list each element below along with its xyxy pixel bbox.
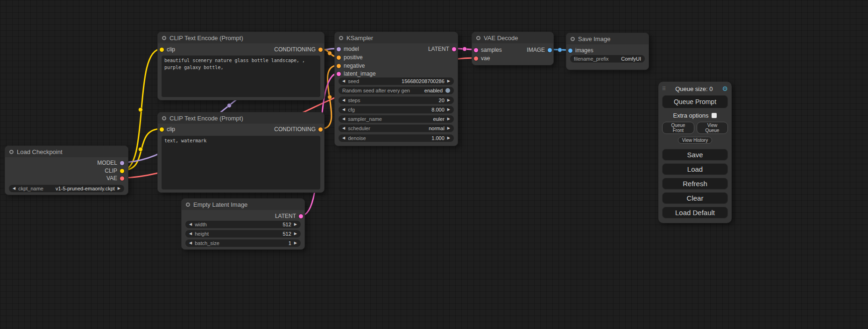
slot-dot[interactable] bbox=[337, 64, 341, 68]
collapse-dot-icon[interactable] bbox=[162, 36, 166, 40]
decrement-arrow-icon[interactable]: ◀ bbox=[342, 108, 345, 112]
widget-width[interactable]: ◀ width 512 ▶ bbox=[185, 221, 301, 228]
view-history-button[interactable]: View History bbox=[678, 137, 712, 144]
slot-dot[interactable] bbox=[120, 176, 124, 181]
widget-denoise[interactable]: ◀ denoise 1.000 ▶ bbox=[339, 134, 454, 142]
slot-dot[interactable] bbox=[337, 47, 341, 51]
widget-batch-size[interactable]: ◀ batch_size 1 ▶ bbox=[185, 239, 301, 247]
link-midpoint-dot[interactable] bbox=[328, 51, 332, 56]
prev-value-arrow-icon[interactable]: ◀ bbox=[342, 117, 345, 121]
settings-gear-icon[interactable]: ⚙ bbox=[722, 85, 728, 92]
prev-value-arrow-icon[interactable]: ◀ bbox=[13, 187, 15, 190]
node-title-bar[interactable]: CLIP Text Encode (Prompt) bbox=[158, 112, 324, 124]
clear-button[interactable]: Clear bbox=[662, 192, 728, 204]
link-midpoint-dot[interactable] bbox=[328, 95, 332, 99]
increment-arrow-icon[interactable]: ▶ bbox=[447, 108, 450, 112]
slot-dot[interactable] bbox=[160, 127, 164, 132]
decrement-arrow-icon[interactable]: ◀ bbox=[342, 136, 345, 140]
node-clip-text-encode-negative[interactable]: CLIP Text Encode (Prompt) clip CONDITION… bbox=[157, 112, 325, 193]
input-slot-clip[interactable]: clip bbox=[160, 126, 175, 133]
widget-scheduler[interactable]: ◀ scheduler normal ▶ bbox=[339, 125, 454, 132]
load-default-button[interactable]: Load Default bbox=[662, 207, 728, 218]
increment-arrow-icon[interactable]: ▶ bbox=[294, 241, 297, 245]
input-slot-negative[interactable]: negative bbox=[337, 62, 365, 70]
output-slot-latent[interactable]: LATENT bbox=[428, 45, 456, 53]
collapse-dot-icon[interactable] bbox=[476, 36, 480, 40]
decrement-arrow-icon[interactable]: ◀ bbox=[342, 79, 345, 83]
link-midpoint-dot[interactable] bbox=[558, 48, 562, 52]
view-queue-button[interactable]: View Queue bbox=[697, 122, 728, 134]
collapse-dot-icon[interactable] bbox=[571, 37, 575, 41]
output-slot-image[interactable]: IMAGE bbox=[527, 46, 552, 54]
slot-dot[interactable] bbox=[568, 49, 572, 53]
drag-handle-icon[interactable]: ⠿ bbox=[662, 86, 666, 92]
next-value-arrow-icon[interactable]: ▶ bbox=[118, 187, 120, 190]
slot-dot[interactable] bbox=[474, 48, 478, 52]
node-ksampler[interactable]: KSampler model positive negative latent_… bbox=[334, 32, 458, 146]
increment-arrow-icon[interactable]: ▶ bbox=[294, 223, 297, 226]
negative-prompt-textarea[interactable]: text, watermark bbox=[162, 136, 320, 189]
slot-dot[interactable] bbox=[120, 169, 124, 173]
output-slot-conditioning[interactable]: CONDITIONING bbox=[274, 126, 323, 133]
node-load-checkpoint[interactable]: Load Checkpoint MODEL CLIP VAE ◀ ckpt_na… bbox=[5, 146, 128, 195]
decrement-arrow-icon[interactable]: ◀ bbox=[189, 232, 192, 236]
output-slot-latent[interactable]: LATENT bbox=[275, 212, 303, 220]
queue-front-button[interactable]: Queue Front bbox=[662, 122, 694, 134]
link-midpoint-dot[interactable] bbox=[139, 147, 143, 152]
slot-dot[interactable] bbox=[337, 72, 341, 76]
positive-prompt-textarea[interactable]: beautiful scenery nature glass bottle la… bbox=[162, 56, 320, 97]
node-save-image[interactable]: Save Image images filename_prefix ComfyU… bbox=[566, 33, 649, 70]
widget-steps[interactable]: ◀ steps 20 ▶ bbox=[339, 97, 454, 104]
slot-dot[interactable] bbox=[318, 127, 323, 132]
node-clip-text-encode-positive[interactable]: CLIP Text Encode (Prompt) clip CONDITION… bbox=[157, 32, 325, 100]
slot-dot[interactable] bbox=[337, 56, 341, 60]
output-slot-model[interactable]: MODEL bbox=[97, 159, 124, 167]
slot-dot[interactable] bbox=[318, 48, 323, 52]
input-slot-model[interactable]: model bbox=[337, 45, 359, 53]
queue-prompt-button[interactable]: Queue Prompt bbox=[662, 95, 728, 108]
node-vae-decode[interactable]: VAE Decode samples vae IMAGE bbox=[472, 32, 554, 65]
decrement-arrow-icon[interactable]: ◀ bbox=[342, 98, 345, 102]
output-slot-clip[interactable]: CLIP bbox=[105, 167, 124, 175]
widget-sampler-name[interactable]: ◀ sampler_name euler ▶ bbox=[339, 115, 454, 123]
increment-arrow-icon[interactable]: ▶ bbox=[447, 136, 450, 140]
output-slot-vae[interactable]: VAE bbox=[106, 175, 124, 182]
save-button[interactable]: Save bbox=[662, 149, 728, 161]
decrement-arrow-icon[interactable]: ◀ bbox=[189, 241, 192, 245]
widget-seed[interactable]: ◀ seed 156680208700286 ▶ bbox=[339, 77, 454, 85]
next-value-arrow-icon[interactable]: ▶ bbox=[447, 126, 450, 130]
load-button[interactable]: Load bbox=[662, 163, 728, 175]
link-midpoint-dot[interactable] bbox=[227, 104, 232, 108]
widget-random-seed-toggle[interactable]: Random seed after every gen enabled bbox=[339, 87, 454, 94]
increment-arrow-icon[interactable]: ▶ bbox=[447, 79, 450, 83]
input-slot-positive[interactable]: positive bbox=[337, 54, 363, 61]
link-midpoint-dot[interactable] bbox=[463, 47, 467, 51]
collapse-dot-icon[interactable] bbox=[339, 36, 343, 40]
next-value-arrow-icon[interactable]: ▶ bbox=[447, 117, 450, 121]
node-title-bar[interactable]: Load Checkpoint bbox=[5, 146, 128, 157]
comfyui-canvas[interactable]: Load Checkpoint MODEL CLIP VAE ◀ ckpt_na… bbox=[0, 0, 868, 329]
slot-dot[interactable] bbox=[160, 48, 164, 52]
link-midpoint-dot[interactable] bbox=[139, 108, 143, 112]
input-slot-images[interactable]: images bbox=[568, 47, 593, 54]
input-slot-clip[interactable]: clip bbox=[160, 46, 175, 53]
widget-height[interactable]: ◀ height 512 ▶ bbox=[185, 230, 301, 238]
collapse-dot-icon[interactable] bbox=[186, 203, 190, 207]
input-slot-vae[interactable]: vae bbox=[474, 55, 490, 62]
slot-dot[interactable] bbox=[548, 48, 552, 52]
input-slot-samples[interactable]: samples bbox=[474, 46, 502, 54]
node-empty-latent-image[interactable]: Empty Latent Image LATENT ◀ width 512 ▶ … bbox=[181, 198, 305, 250]
refresh-button[interactable]: Refresh bbox=[662, 178, 728, 189]
increment-arrow-icon[interactable]: ▶ bbox=[294, 232, 297, 236]
collapse-dot-icon[interactable] bbox=[162, 116, 166, 120]
increment-arrow-icon[interactable]: ▶ bbox=[447, 98, 450, 102]
collapse-dot-icon[interactable] bbox=[9, 150, 14, 154]
widget-cfg[interactable]: ◀ cfg 8.000 ▶ bbox=[339, 106, 454, 113]
node-title-bar[interactable]: VAE Decode bbox=[472, 32, 553, 43]
slot-dot[interactable] bbox=[474, 56, 478, 61]
output-slot-conditioning[interactable]: CONDITIONING bbox=[274, 46, 323, 53]
widget-filename-prefix[interactable]: filename_prefix ComfyUI bbox=[570, 55, 645, 63]
decrement-arrow-icon[interactable]: ◀ bbox=[189, 223, 192, 226]
node-title-bar[interactable]: KSampler bbox=[335, 32, 458, 43]
node-title-bar[interactable]: CLIP Text Encode (Prompt) bbox=[158, 32, 324, 43]
